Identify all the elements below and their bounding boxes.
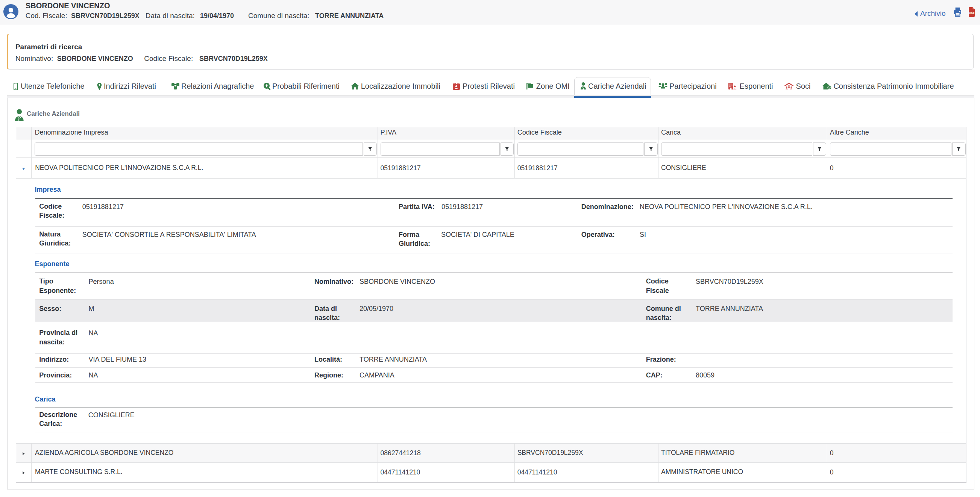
svg-text:PDF: PDF [969,12,974,15]
